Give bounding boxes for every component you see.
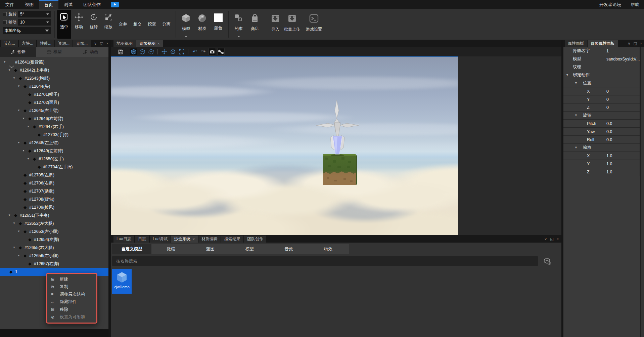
tree-item[interactable]: ▼ #12650(左手) — [0, 155, 108, 163]
menu-item[interactable]: 开发者论坛 — [595, 0, 626, 9]
tree-item[interactable]: ▼ #12705(左肩) — [0, 171, 108, 179]
tree-item[interactable]: ▼ #12657(右脚) — [0, 260, 108, 268]
view-wireframe-button[interactable] — [139, 48, 146, 55]
section-collapse-icon[interactable]: ▼ — [574, 82, 578, 85]
selected-bone[interactable] — [333, 136, 342, 154]
menu-item[interactable]: 测试 — [58, 0, 78, 9]
tree-item[interactable]: ▼ #12704(左手持) — [0, 163, 108, 171]
panel-tab[interactable]: 地图视图× — [113, 40, 136, 47]
right-panel-scrollbar[interactable] — [640, 47, 644, 337]
subtab-animation[interactable]: 动画 — [72, 47, 108, 57]
close-panel-icon[interactable]: × — [557, 237, 559, 241]
section-collapse-icon[interactable]: ▼ — [566, 74, 569, 77]
panel-tab[interactable]: 骨骼视图× — [136, 40, 163, 47]
asset-category-tab[interactable]: 特效 — [309, 244, 348, 254]
context-menu-item[interactable]: ⊟ 移除 — [47, 306, 96, 313]
context-menu-item[interactable]: ⌢ 隐藏部件 — [47, 298, 96, 306]
panel-tab[interactable]: 材质编辑× — [198, 236, 221, 243]
view-bounds-button[interactable] — [147, 48, 155, 55]
bone-display-button[interactable] — [217, 48, 225, 55]
screenshot-button[interactable] — [209, 48, 216, 55]
orbit-view-button[interactable] — [169, 48, 177, 55]
expander-icon[interactable]: ▼ — [27, 155, 33, 163]
add-model-icon[interactable] — [543, 257, 551, 265]
asset-category-tab[interactable]: 自定义模型 — [112, 244, 151, 254]
color-button[interactable]: 颜色 — [211, 10, 226, 39]
scale-tool-button[interactable]: 缩放 — [101, 10, 116, 39]
popout-panel-icon[interactable]: ◱ — [634, 42, 637, 45]
expander-icon[interactable]: ▼ — [17, 252, 24, 260]
subtab-skeleton[interactable]: 骨骼 — [0, 47, 36, 57]
close-tab-icon[interactable]: × — [192, 237, 195, 241]
expander-icon[interactable]: ▼ — [13, 219, 19, 227]
move-snap-select[interactable]: 10 — [18, 19, 51, 26]
tree-item[interactable]: ▼ #12644(头) — [0, 82, 108, 90]
collapse-panel-icon[interactable]: ∨ — [94, 42, 97, 45]
property-value[interactable] — [603, 71, 640, 79]
tree-item[interactable]: ▼ #12652(左大腿) — [0, 219, 108, 227]
tree-item[interactable]: ▼ #12654(左脚) — [0, 236, 108, 244]
tree-item[interactable]: ▼ #12653(左小腿) — [0, 227, 108, 236]
property-value[interactable]: 1 — [603, 47, 640, 55]
tree-item[interactable]: ▼ #12707(勋章) — [0, 187, 108, 195]
tree-item[interactable]: ▼ #12641(根骨骼) — [0, 58, 108, 66]
panel-tab[interactable]: 搜索结果× — [221, 236, 243, 243]
expander-icon[interactable]: ▼ — [17, 107, 24, 115]
expander-icon[interactable]: ▼ — [13, 74, 19, 82]
panel-tab[interactable]: 属性面版× — [565, 40, 587, 47]
shop-button[interactable]: 商店 — [247, 10, 262, 39]
move-tool-button[interactable]: 移动 — [72, 10, 86, 39]
boolean-op-button[interactable]: 挖空 — [145, 22, 159, 27]
asset-category-tab[interactable]: 模型 — [230, 244, 269, 254]
select-tool-button[interactable]: 选中 — [57, 10, 71, 39]
property-value[interactable]: 1.0 — [603, 160, 640, 168]
rotate-snap-checkbox[interactable] — [3, 12, 7, 16]
tree-item[interactable]: ▼ #12642(上半身) — [0, 66, 108, 74]
tree-item[interactable]: ▼ #12701(帽子) — [0, 90, 108, 98]
asset-category-tab[interactable]: 蓝图 — [191, 244, 230, 254]
property-value[interactable] — [603, 112, 640, 119]
property-value[interactable]: 0 — [603, 103, 640, 111]
property-value[interactable]: 0.0 — [603, 136, 640, 143]
asset-category-tab[interactable]: 微缩 — [151, 244, 191, 254]
context-menu-item[interactable]: ⧉ 复制 — [47, 283, 96, 291]
section-collapse-icon[interactable]: ▼ — [574, 146, 578, 149]
material-button[interactable]: 材质 — [195, 10, 210, 39]
menu-item[interactable]: 文件 — [0, 0, 19, 9]
redo-button[interactable]: ↷ — [200, 48, 207, 55]
coordinate-mode-select[interactable]: 本地坐标 — [3, 27, 51, 34]
tree-item[interactable]: ▼ #12656(右小腿) — [0, 252, 108, 260]
tree-item[interactable]: ▼ #12651(下半身) — [0, 211, 108, 219]
property-value[interactable] — [603, 144, 640, 152]
search-input[interactable] — [112, 256, 538, 266]
property-value[interactable] — [603, 63, 640, 71]
expander-icon[interactable]: ▼ — [17, 227, 24, 236]
panel-tab[interactable]: 资源...× — [55, 40, 73, 47]
tree-item[interactable]: ▼ #12655(右大腿) — [0, 244, 108, 252]
collapse-panel-icon[interactable]: ∨ — [544, 237, 547, 241]
panel-tab[interactable]: Lua调试× — [150, 236, 171, 243]
context-menu-item[interactable]: ≡ 调整层次结构 — [47, 291, 96, 298]
popout-panel-icon[interactable]: ◱ — [550, 237, 553, 241]
boolean-op-button[interactable]: 合并 — [116, 22, 130, 27]
menu-item[interactable]: 帮助 — [626, 0, 644, 9]
panel-tab[interactable]: 性能...× — [37, 40, 54, 47]
game-settings-button[interactable]: 游戏设置 — [306, 10, 322, 39]
expander-icon[interactable]: ▼ — [8, 211, 14, 219]
batch-upload-button[interactable]: 批量上传 — [284, 10, 300, 39]
vertical-splitter[interactable] — [108, 40, 111, 337]
close-tab-icon[interactable]: × — [157, 42, 160, 46]
undo-button[interactable]: ↶ — [191, 48, 198, 55]
menu-item[interactable]: 团队创作 — [78, 0, 106, 9]
boolean-op-button[interactable]: 分离 — [159, 22, 174, 27]
expander-icon[interactable]: ▼ — [22, 147, 28, 155]
asset-category-tab[interactable]: 音效 — [269, 244, 309, 254]
menu-item[interactable]: 首页 — [39, 0, 58, 9]
constraint-button[interactable]: 约束 — [231, 10, 246, 39]
panel-tab[interactable]: Lua日志× — [113, 236, 134, 243]
property-value[interactable]: 0 — [603, 87, 640, 95]
rotate-snap-select[interactable]: 5° — [18, 11, 51, 17]
subtab-model[interactable]: 模型 — [36, 47, 73, 57]
tree-item[interactable]: ▼ #12649(左前臂) — [0, 147, 108, 155]
expander-icon[interactable]: ▼ — [13, 244, 19, 252]
